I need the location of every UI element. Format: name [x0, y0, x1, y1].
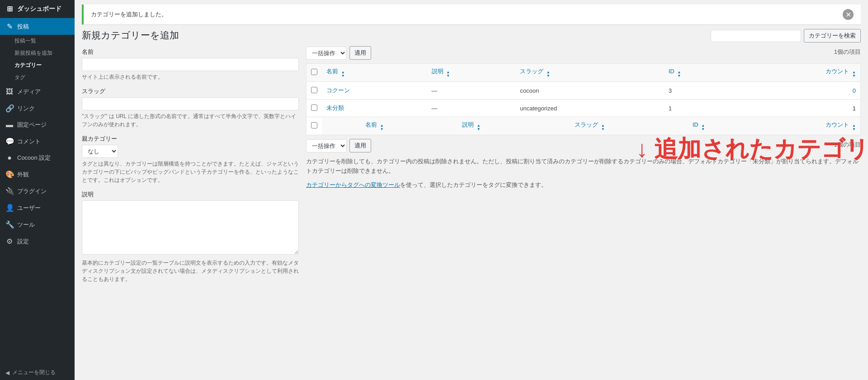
sidebar-item-cocoon[interactable]: ● Cocoon 設定 — [0, 150, 75, 166]
sidebar: ⊞ ダッシュボード ✎ 投稿 投稿一覧 新規投稿を追加 カテゴリー タグ 🖼 メ… — [0, 0, 75, 380]
sidebar-logo-label: ダッシュボード — [17, 5, 61, 13]
content-area: 新規カテゴリーを追加 名前 サイト上に表示される名前です。 スラッグ "スラッグ… — [75, 24, 868, 380]
description-column-header[interactable]: 説明 ▲▼ — [427, 64, 516, 82]
item-count-top: 1個の項目 — [834, 48, 861, 56]
appearance-icon: 🎨 — [5, 170, 14, 179]
row1-checkbox[interactable] — [311, 87, 317, 93]
parent-select[interactable]: なし — [82, 145, 118, 158]
checkbox-header — [307, 64, 322, 82]
links-icon: 🔗 — [5, 104, 14, 113]
conversion-link[interactable]: カテゴリーからタグへの変換ツール — [306, 181, 400, 188]
row1-count-cell[interactable]: 0 — [733, 82, 860, 100]
comments-icon: 💬 — [5, 137, 14, 146]
sidebar-item-pages[interactable]: ▬ 固定ページ — [0, 117, 75, 133]
footer-desc-sort: ▲▼ — [477, 124, 481, 131]
slug-column-header[interactable]: スラッグ ▲▼ — [515, 64, 664, 82]
row2-count-cell: 1 — [733, 100, 860, 117]
footer-count-sort: ▲▼ — [852, 124, 856, 131]
sidebar-item-posts-list[interactable]: 投稿一覧 — [0, 35, 75, 47]
sidebar-item-posts-label: 投稿 — [17, 23, 29, 31]
bottom-section: カテゴリーを削除しても、カテゴリー内の投稿は削除されません。ただし、投稿に割り当… — [306, 157, 861, 190]
conversion-text: カテゴリーからタグへの変換ツールを使って、選択したカテゴリーをタグに変換できます… — [306, 180, 861, 190]
sidebar-item-plugins[interactable]: 🔌 プラグイン — [0, 183, 75, 200]
bulk-row-bottom: 一括操作 適用 1個の項目 — [306, 139, 861, 152]
sidebar-item-new-post[interactable]: 新規投稿を追加 — [0, 47, 75, 59]
search-input[interactable] — [711, 30, 801, 42]
pages-icon: ▬ — [5, 121, 14, 129]
tools-icon: 🔧 — [5, 220, 14, 229]
footer-name-header[interactable]: 名前 ▲▼ — [322, 117, 427, 135]
table-footer-header-row: 名前 ▲▼ 説明 ▲▼ スラッグ ▲▼ — [307, 117, 861, 135]
form-title: 新規カテゴリーを追加 — [82, 29, 299, 42]
sidebar-item-cocoon-label: Cocoon 設定 — [17, 154, 51, 162]
sidebar-item-users-label: ユーザー — [17, 204, 41, 212]
row1-slug-cell: cocoon — [515, 82, 664, 100]
sidebar-item-comments[interactable]: 💬 コメント — [0, 133, 75, 150]
sidebar-item-tools[interactable]: 🔧 ツール — [0, 216, 75, 233]
sidebar-item-tags[interactable]: タグ — [0, 71, 75, 84]
footer-select-all-checkbox[interactable] — [311, 122, 317, 128]
parent-hint: タグとは異なり、カテゴリーは階層構造を持つことができます。たとえば、ジャズという… — [82, 160, 299, 184]
footer-count-header[interactable]: カウント ▲▼ — [733, 117, 860, 135]
main-content: カテゴリーを追加しました。 ✕ 新規カテゴリーを追加 名前 サイト上に表示される… — [75, 0, 868, 380]
parent-label: 親カテゴリー — [82, 135, 299, 143]
sidebar-item-media[interactable]: 🖼 メディア — [0, 84, 75, 100]
table-body: コクーン — cocoon 3 0 未分類 — uncat — [307, 82, 861, 135]
bulk-action-select-top[interactable]: 一括操作 — [306, 47, 347, 60]
name-input[interactable] — [82, 58, 299, 71]
select-all-checkbox[interactable] — [311, 69, 317, 75]
row2-desc-cell: — — [427, 100, 516, 117]
close-menu-button[interactable]: ◀ メニューを閉じる — [0, 365, 75, 380]
slug-input[interactable] — [82, 97, 299, 110]
name-sort-icon: ▲▼ — [341, 71, 345, 78]
sidebar-logo[interactable]: ⊞ ダッシュボード — [0, 0, 75, 18]
cocoon-icon: ● — [5, 154, 14, 162]
search-row: カテゴリーを検索 — [306, 29, 861, 43]
name-column-header[interactable]: 名前 ▲▼ — [322, 64, 427, 82]
parent-group: 親カテゴリー なし タグとは異なり、カテゴリーは階層構造を持つことができます。た… — [82, 135, 299, 184]
row1-name-cell[interactable]: コクーン — [322, 82, 427, 100]
apply-button-bottom[interactable]: 適用 — [349, 139, 371, 152]
apply-button-top[interactable]: 適用 — [349, 46, 371, 60]
count-column-header[interactable]: カウント ▲▼ — [733, 64, 860, 82]
search-button[interactable]: カテゴリーを検索 — [804, 29, 861, 43]
description-textarea[interactable] — [82, 200, 299, 255]
row2-name-cell[interactable]: 未分類 — [322, 100, 427, 117]
sidebar-item-links-label: リンク — [17, 104, 35, 113]
row2-id-cell: 1 — [664, 100, 734, 117]
parent-select-wrap: なし — [82, 145, 299, 158]
sidebar-item-tools-label: ツール — [17, 221, 35, 229]
footer-id-header[interactable]: ID ▲▼ — [664, 117, 734, 135]
row2-checkbox[interactable] — [311, 104, 317, 111]
footer-slug-header[interactable]: スラッグ ▲▼ — [515, 117, 664, 135]
sidebar-item-users[interactable]: 👤 ユーザー — [0, 200, 75, 216]
posts-icon: ✎ — [5, 22, 14, 31]
sidebar-item-settings[interactable]: ⚙ 設定 — [0, 233, 75, 250]
footer-desc-header[interactable]: 説明 ▲▼ — [427, 117, 516, 135]
close-menu-icon: ◀ — [5, 370, 9, 376]
sidebar-item-links[interactable]: 🔗 リンク — [0, 100, 75, 117]
category-table: 名前 ▲▼ 説明 ▲▼ スラッグ ▲▼ — [306, 63, 861, 135]
notice-message: カテゴリーを追加しました。 — [91, 10, 167, 19]
sidebar-item-posts[interactable]: ✎ 投稿 — [0, 18, 75, 35]
sidebar-item-comments-label: コメント — [17, 138, 41, 146]
name-label: 名前 — [82, 48, 299, 56]
sidebar-item-media-label: メディア — [17, 88, 41, 96]
name-hint: サイト上に表示される名前です。 — [82, 73, 299, 81]
notice-close-button[interactable]: ✕ — [843, 9, 854, 20]
id-column-header[interactable]: ID ▲▼ — [664, 64, 734, 82]
row2-slug-cell: uncategorized — [515, 100, 664, 117]
row1-checkbox-cell — [307, 82, 322, 100]
sidebar-item-categories[interactable]: カテゴリー — [0, 59, 75, 71]
table-row: コクーン — cocoon 3 0 — [307, 82, 861, 100]
slug-sort-icon: ▲▼ — [547, 71, 550, 78]
row1-desc-cell: — — [427, 82, 516, 100]
sidebar-item-appearance[interactable]: 🎨 外観 — [0, 166, 75, 183]
add-category-form: 新規カテゴリーを追加 名前 サイト上に表示される名前です。 スラッグ "スラッグ… — [82, 29, 299, 375]
plugins-icon: 🔌 — [5, 187, 14, 195]
desc-sort-icon: ▲▼ — [446, 71, 450, 78]
description-group: 説明 基本的にカテゴリー設定の一覧テーブルに説明文を表示するための入力です。有効… — [82, 190, 299, 283]
slug-group: スラッグ "スラッグ" は URL に適した形式の名前です。通常はすべて半角小文… — [82, 87, 299, 128]
bulk-action-select-bottom[interactable]: 一括操作 — [306, 139, 347, 152]
row2-checkbox-cell — [307, 100, 322, 117]
